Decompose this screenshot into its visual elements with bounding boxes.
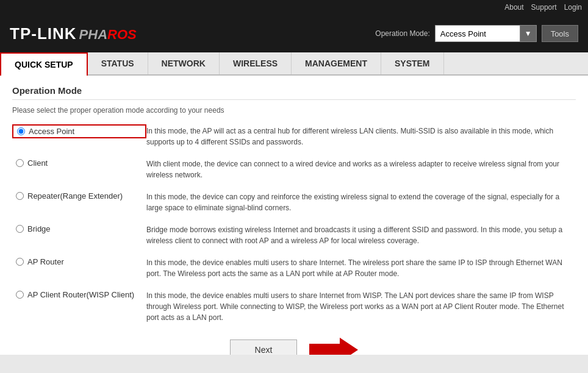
option-desc-client: With client mode, the device can connect… (146, 157, 576, 180)
option-desc-access-point: In this mode, the AP will act as a centr… (146, 124, 576, 147)
radio-ap-client-router[interactable] (16, 291, 24, 299)
tools-button[interactable]: Tools (542, 25, 578, 42)
nav-status[interactable]: STATUS (88, 52, 148, 74)
option-label-access-point[interactable]: Access Point (12, 124, 146, 138)
option-row-client: Client With client mode, the device can … (12, 155, 576, 183)
option-row-ap-router: AP Router In this mode, the device enabl… (12, 254, 576, 282)
nav-management[interactable]: MANAGEMENT (292, 52, 381, 74)
radio-bridge[interactable] (16, 225, 24, 233)
option-row-ap-client-router: AP Client Router(WISP Client) In this mo… (12, 286, 576, 325)
nav-system[interactable]: SYSTEM (381, 52, 444, 74)
nav-bar: QUICK SETUP STATUS NETWORK WIRELESS MANA… (0, 52, 588, 76)
op-mode-dropdown[interactable]: Access Point Client Repeater Bridge AP R… (435, 25, 520, 42)
op-mode-label: Operation Mode: (375, 29, 429, 38)
option-label-text-bridge: Bridge (27, 224, 51, 233)
header-right: Operation Mode: Access Point Client Repe… (375, 25, 578, 42)
option-label-bridge[interactable]: Bridge (12, 223, 146, 235)
support-link[interactable]: Support (531, 3, 557, 12)
option-label-text-access-point: Access Point (29, 127, 74, 136)
top-bar: About Support Login (0, 0, 588, 15)
arrow-body (309, 344, 340, 356)
section-title: Operation Mode (12, 85, 576, 100)
option-label-ap-client-router[interactable]: AP Client Router(WISP Client) (12, 289, 146, 300)
option-row-access-point: Access Point In this mode, the AP will a… (12, 122, 576, 150)
option-desc-repeater: In this mode, the device can copy and re… (146, 190, 576, 213)
radio-client[interactable] (16, 159, 24, 167)
login-link[interactable]: Login (564, 3, 582, 12)
option-label-text-ap-client-router: AP Client Router(WISP Client) (27, 290, 134, 299)
dropdown-arrow-icon[interactable]: ▼ (520, 25, 537, 42)
op-mode-wrapper: Access Point Client Repeater Bridge AP R… (435, 25, 537, 42)
content-area: Operation Mode Please select the proper … (0, 76, 588, 372)
nav-quick-setup[interactable]: QUICK SETUP (0, 52, 88, 76)
option-desc-ap-client-router: In this mode, the device enables multi u… (146, 289, 576, 323)
nav-network[interactable]: NETWORK (148, 52, 220, 74)
radio-repeater[interactable] (16, 192, 24, 200)
option-row-repeater: Repeater(Range Extender) In this mode, t… (12, 188, 576, 216)
option-desc-ap-router: In this mode, the device enables multi u… (146, 256, 576, 279)
option-label-text-client: Client (27, 158, 48, 168)
option-row-bridge: Bridge Bridge mode borrows existing wire… (12, 221, 576, 249)
radio-ap-router[interactable] (16, 258, 24, 266)
option-label-text-ap-router: AP Router (27, 257, 64, 266)
instruction-text: Please select the proper operation mode … (12, 106, 576, 115)
option-label-client[interactable]: Client (12, 157, 146, 169)
logo-tp-link: TP-LINK (10, 24, 77, 43)
about-link[interactable]: About (504, 3, 523, 12)
footer (0, 355, 588, 373)
option-label-ap-router[interactable]: AP Router (12, 256, 146, 268)
logo: TP-LINK PHAROS (10, 24, 137, 43)
radio-access-point[interactable] (17, 127, 25, 135)
nav-wireless[interactable]: WIRELESS (220, 52, 292, 74)
option-label-repeater[interactable]: Repeater(Range Extender) (12, 190, 146, 202)
header: TP-LINK PHAROS Operation Mode: Access Po… (0, 15, 588, 52)
option-label-text-repeater: Repeater(Range Extender) (27, 191, 123, 201)
option-desc-bridge: Bridge mode borrows existing wireless In… (146, 223, 576, 246)
logo-pharos: PHAROS (79, 27, 137, 43)
